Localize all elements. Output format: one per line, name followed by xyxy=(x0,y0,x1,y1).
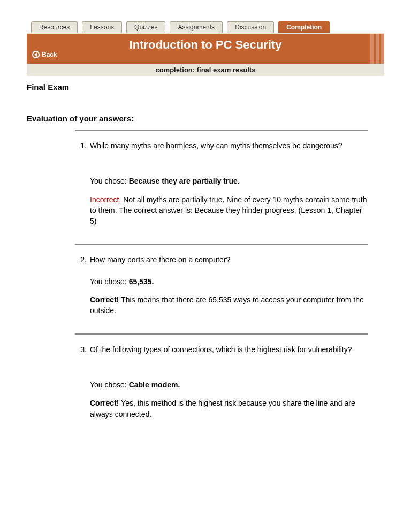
question-number: 1. xyxy=(75,141,90,150)
header-decoration xyxy=(368,34,384,64)
question-text: While many myths are harmless, why can m… xyxy=(90,140,368,151)
chosen-answer: You chose: 65,535. xyxy=(90,276,368,287)
tab-assignments[interactable]: Assignments xyxy=(170,21,223,33)
question-item: 1. While many myths are harmless, why ca… xyxy=(75,130,368,244)
nav-tabs: Resources Lessons Quizzes Assignments Di… xyxy=(27,21,384,33)
result-explanation: Incorrect. Not all myths are partially t… xyxy=(90,194,368,227)
subheader: completion: final exam results xyxy=(27,64,384,77)
tab-completion[interactable]: Completion xyxy=(278,21,330,33)
back-label: Back xyxy=(42,51,57,58)
result-explanation: Correct! Yes, this method is the highest… xyxy=(90,398,368,420)
question-text: Of the following types of connections, w… xyxy=(90,344,368,355)
tab-discussion[interactable]: Discussion xyxy=(227,21,274,33)
course-header: Introduction to PC Security Back xyxy=(27,33,384,64)
question-item: 3. Of the following types of connections… xyxy=(75,333,368,437)
back-arrow-icon xyxy=(32,51,40,58)
chosen-answer: You chose: Cable modem. xyxy=(90,379,368,390)
result-label-correct: Correct! xyxy=(90,399,119,407)
question-text: How many ports are there on a computer? xyxy=(90,254,368,265)
evaluation-title: Evaluation of your answers: xyxy=(27,114,384,123)
question-list: 1. While many myths are harmless, why ca… xyxy=(75,130,368,437)
question-item: 2. How many ports are there on a compute… xyxy=(75,244,368,333)
section-title: Final Exam xyxy=(27,82,384,92)
result-label-incorrect: Incorrect. xyxy=(90,195,121,204)
tab-lessons[interactable]: Lessons xyxy=(82,21,122,33)
back-button[interactable]: Back xyxy=(32,51,57,58)
question-number: 3. xyxy=(75,345,90,354)
result-label-correct: Correct! xyxy=(90,295,119,304)
tab-resources[interactable]: Resources xyxy=(31,21,78,33)
tab-quizzes[interactable]: Quizzes xyxy=(126,21,165,33)
content: Final Exam Evaluation of your answers: 1… xyxy=(27,77,384,437)
question-number: 2. xyxy=(75,255,90,264)
chosen-answer: You chose: Because they are partially tr… xyxy=(90,176,368,186)
course-title: Introduction to PC Security xyxy=(27,38,384,52)
result-explanation: Correct! This means that there are 65,53… xyxy=(90,294,368,316)
